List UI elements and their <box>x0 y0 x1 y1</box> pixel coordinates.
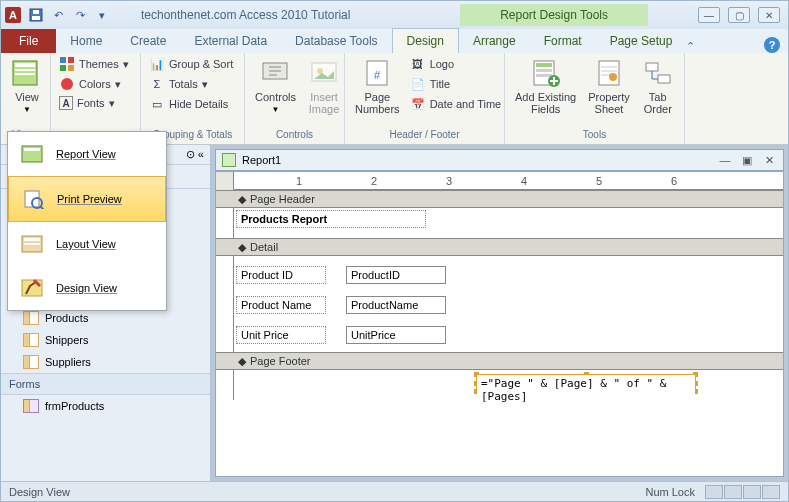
document-tab[interactable]: Report1 — ▣ ✕ <box>215 149 784 171</box>
report-title-label[interactable]: Products Report <box>236 210 426 228</box>
svg-point-11 <box>61 78 73 90</box>
ruler-corner[interactable] <box>216 172 234 190</box>
page-footer-section[interactable]: ◆ Page Footer <box>216 352 783 370</box>
tab-external-data[interactable]: External Data <box>180 29 281 53</box>
save-icon[interactable] <box>27 6 45 24</box>
qat-dropdown-icon[interactable]: ▾ <box>93 6 111 24</box>
context-tools-title: Report Design Tools <box>460 4 648 26</box>
logo-button[interactable]: 🖼Logo <box>408 55 504 73</box>
nav-dropdown-icon[interactable]: ⊙ « <box>186 148 204 161</box>
tools-group-label: Tools <box>511 127 678 142</box>
svg-rect-7 <box>60 57 66 63</box>
totals-button[interactable]: ΣTotals ▾ <box>147 75 235 93</box>
vertical-ruler[interactable] <box>216 256 234 352</box>
view-shortcut-print[interactable] <box>724 485 742 499</box>
selected-control[interactable]: ="Page " & [Page] & " of " & [Pages] <box>476 374 696 392</box>
help-icon[interactable]: ? <box>764 37 780 53</box>
property-sheet-button[interactable]: Property Sheet <box>584 55 634 117</box>
tab-home[interactable]: Home <box>56 29 116 53</box>
ribbon-tabs: File Home Create External Data Database … <box>1 29 788 53</box>
themes-button[interactable]: Themes ▾ <box>57 55 131 73</box>
label-unit-price[interactable]: Unit Price <box>236 326 326 344</box>
property-icon <box>593 57 625 89</box>
image-icon <box>308 57 340 89</box>
field-product-name[interactable]: ProductName <box>346 296 446 314</box>
undo-icon[interactable]: ↶ <box>49 6 67 24</box>
svg-rect-2 <box>33 10 39 14</box>
nav-table-shippers[interactable]: Shippers <box>1 329 210 351</box>
insert-image-button[interactable]: Insert Image <box>304 55 344 117</box>
detail-section[interactable]: ◆ Detail <box>216 238 783 256</box>
print-preview-icon <box>19 187 47 211</box>
view-item-print-preview[interactable]: Print Preview <box>8 176 166 222</box>
svg-rect-4 <box>15 63 35 67</box>
statusbar: Design View Num Lock <box>1 481 788 501</box>
vertical-ruler[interactable] <box>216 370 234 400</box>
view-shortcut-design[interactable] <box>762 485 780 499</box>
page-expression-field[interactable]: ="Page " & [Page] & " of " & [Pages] <box>477 375 695 405</box>
maximize-button[interactable]: ▢ <box>728 7 750 23</box>
label-product-id[interactable]: Product ID <box>236 266 326 284</box>
group-sort-button[interactable]: 📊Group & Sort <box>147 55 235 73</box>
app-icon: A <box>5 7 21 23</box>
view-shortcut-report[interactable] <box>705 485 723 499</box>
doc-minimize[interactable]: — <box>717 153 733 167</box>
titlebar: A ↶ ↷ ▾ techonthenet.com Access 2010 Tut… <box>1 1 788 29</box>
tab-create[interactable]: Create <box>116 29 180 53</box>
view-item-report[interactable]: Report View <box>8 132 166 176</box>
date-time-button[interactable]: 📅Date and Time <box>408 95 504 113</box>
tab-design[interactable]: Design <box>392 28 459 53</box>
svg-rect-8 <box>68 57 74 63</box>
work-area: Report1 — ▣ ✕ 1 2 3 4 5 6 ◆ Page Header … <box>211 145 788 481</box>
doc-close[interactable]: ✕ <box>761 153 777 167</box>
minimize-button[interactable]: — <box>698 7 720 23</box>
tab-order-button[interactable]: Tab Order <box>638 55 678 117</box>
view-item-layout[interactable]: Layout View <box>8 222 166 266</box>
tab-page-setup[interactable]: Page Setup <box>596 29 687 53</box>
report-design-canvas[interactable]: 1 2 3 4 5 6 ◆ Page Header Products Repor… <box>215 171 784 477</box>
field-product-id[interactable]: ProductID <box>346 266 446 284</box>
redo-icon[interactable]: ↷ <box>71 6 89 24</box>
svg-rect-9 <box>60 65 66 71</box>
view-shortcut-layout[interactable] <box>743 485 761 499</box>
horizontal-ruler[interactable]: 1 2 3 4 5 6 <box>216 172 783 190</box>
file-tab[interactable]: File <box>1 29 56 53</box>
tab-arrange[interactable]: Arrange <box>459 29 530 53</box>
page-footer-area[interactable]: ="Page " & [Page] & " of " & [Pages] <box>216 370 783 400</box>
doc-restore[interactable]: ▣ <box>739 153 755 167</box>
field-unit-price[interactable]: UnitPrice <box>346 326 446 344</box>
nav-table-suppliers[interactable]: Suppliers <box>1 351 210 373</box>
view-button[interactable]: View ▼ <box>7 55 47 116</box>
vertical-ruler[interactable] <box>216 208 234 238</box>
close-button[interactable]: ✕ <box>758 7 780 23</box>
status-left: Design View <box>9 486 70 498</box>
nav-category-forms[interactable]: Forms <box>1 373 210 395</box>
colors-button[interactable]: Colors ▾ <box>57 75 131 93</box>
svg-rect-10 <box>68 65 74 71</box>
tab-database-tools[interactable]: Database Tools <box>281 29 392 53</box>
group-tools: Add Existing Fields Property Sheet Tab O… <box>505 53 685 144</box>
add-fields-button[interactable]: Add Existing Fields <box>511 55 580 117</box>
hide-details-button[interactable]: ▭Hide Details <box>147 95 235 113</box>
detail-area[interactable]: Product ID ProductID Product Name Produc… <box>216 256 783 352</box>
svg-rect-20 <box>536 74 552 77</box>
view-item-design[interactable]: Design View <box>8 266 166 310</box>
group-controls: Controls▼ Insert Image Controls <box>245 53 345 144</box>
ribbon-expand-icon[interactable]: ⌃ <box>686 40 695 53</box>
title-button[interactable]: 📄Title <box>408 75 504 93</box>
sigma-icon: Σ <box>149 76 165 92</box>
fonts-button[interactable]: AFonts ▾ <box>57 95 131 111</box>
layout-view-icon <box>18 232 46 256</box>
window-title: techonthenet.com Access 2010 Tutorial <box>111 8 460 22</box>
svg-rect-27 <box>24 148 40 151</box>
fonts-icon: A <box>59 96 73 110</box>
nav-form-frmproducts[interactable]: frmProducts <box>1 395 210 417</box>
page-header-section[interactable]: ◆ Page Header <box>216 190 783 208</box>
tab-format[interactable]: Format <box>530 29 596 53</box>
label-product-name[interactable]: Product Name <box>236 296 326 314</box>
controls-button[interactable]: Controls▼ <box>251 55 300 116</box>
page-numbers-button[interactable]: #Page Numbers <box>351 55 404 117</box>
page-header-area[interactable]: Products Report <box>216 208 783 238</box>
svg-rect-6 <box>15 73 35 75</box>
view-label: View <box>15 91 39 103</box>
